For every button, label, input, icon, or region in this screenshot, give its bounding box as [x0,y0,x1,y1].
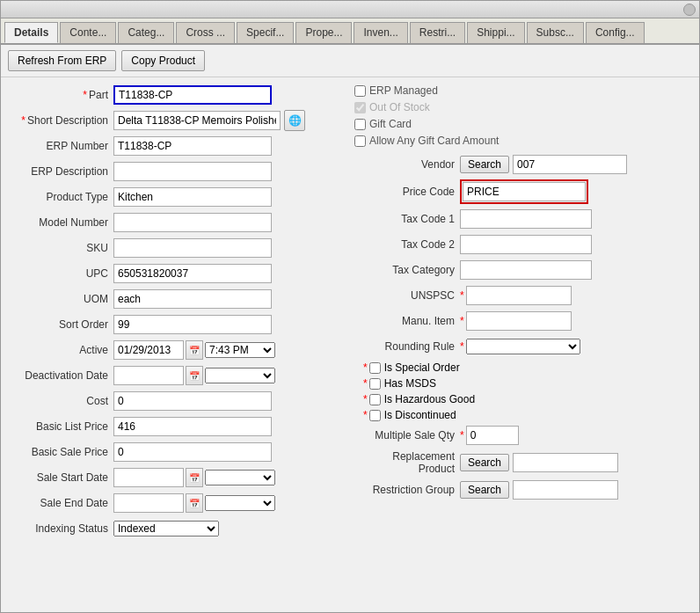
indexing-label: Indexing Status [8,522,113,535]
erp-managed-checkbox[interactable] [354,85,366,97]
model-number-row: Model Number [8,212,346,233]
tax-code1-row: Tax Code 1 [354,208,692,230]
allow-gift-checkbox[interactable] [354,135,366,147]
out-of-stock-row: Out Of Stock [354,101,692,113]
active-time-dropdown[interactable]: 7:43 PM [205,342,275,358]
tab-conte[interactable]: Conte... [60,22,116,43]
unspsc-input[interactable] [466,286,572,305]
indexing-row: Indexing Status Indexed Not Indexed [8,518,346,539]
product-type-input[interactable] [113,187,272,207]
tab-categ[interactable]: Categ... [118,22,174,43]
rounding-dropdown[interactable] [466,339,580,354]
discontinued-required: * [363,409,368,421]
tab-restri[interactable]: Restri... [410,22,465,43]
erp-number-input[interactable] [113,136,272,156]
tab-cross[interactable]: Cross ... [176,22,235,43]
erp-number-row: ERP Number [8,135,346,157]
cost-input[interactable] [113,391,272,411]
tab-bar: Details Conte... Categ... Cross ... Spec… [1,18,699,45]
model-number-input[interactable] [113,213,272,232]
out-of-stock-checkbox[interactable] [354,102,366,113]
tax-code1-input[interactable] [460,209,592,229]
toolbar: Refresh From ERP Copy Product [1,45,699,77]
close-icon[interactable] [683,4,696,16]
unspsc-required: * [460,289,464,302]
has-msds-row: * Has MSDS [354,377,692,390]
basic-list-row: Basic List Price [8,416,346,437]
discontinued-checkbox[interactable] [369,410,381,421]
out-of-stock-label: Out Of Stock [369,101,430,113]
tax-code2-input[interactable] [460,235,592,254]
deactivation-calendar-button[interactable]: 📅 [186,366,203,385]
hazardous-checkbox[interactable] [369,394,381,405]
tab-shippi[interactable]: Shippi... [467,22,524,43]
manu-required: * [460,315,464,327]
manu-item-row: Manu. Item * [354,310,692,332]
has-msds-label: Has MSDS [384,377,436,390]
part-input[interactable] [113,85,272,105]
replacement-search-button[interactable]: Search [460,454,509,471]
upc-row: UPC [8,263,346,284]
multiple-sale-input[interactable] [466,426,519,445]
deactivation-date-input[interactable] [113,366,184,385]
sale-end-calendar-button[interactable]: 📅 [186,493,203,513]
erp-desc-row: ERP Description [8,161,346,182]
restriction-input[interactable] [513,480,618,500]
basic-list-input[interactable] [113,417,272,436]
indexing-dropdown[interactable]: Indexed Not Indexed [113,521,219,536]
replacement-input[interactable] [513,453,618,472]
sale-start-time-dropdown[interactable] [205,470,275,485]
globe-button[interactable]: 🌐 [284,110,305,131]
sale-start-calendar-button[interactable]: 📅 [186,468,203,487]
tab-subsc[interactable]: Subsc... [527,22,584,43]
content-area: *Part *Short Description 🌐 ERP Number ER… [1,77,699,609]
refresh-from-erp-button[interactable]: Refresh From ERP [8,50,116,71]
sale-end-time-dropdown[interactable] [205,495,275,511]
uom-input[interactable] [113,289,272,309]
active-date-input[interactable] [113,340,184,360]
restriction-search-button[interactable]: Search [460,481,509,499]
discontinued-label: Is Discontinued [384,409,456,421]
model-number-label: Model Number [8,216,113,229]
deactivation-time-dropdown[interactable] [205,368,275,383]
sort-order-input[interactable] [113,315,272,334]
hazardous-label: Is Hazardous Good [384,393,475,405]
allow-gift-row: Allow Any Gift Card Amount [354,135,692,147]
sort-order-label: Sort Order [8,318,113,331]
short-desc-input[interactable] [113,111,281,130]
gift-card-checkbox[interactable] [354,119,366,130]
sale-start-date-input[interactable] [113,468,184,487]
has-msds-checkbox[interactable] [369,378,381,390]
multiple-sale-label: Multiple Sale Qty [354,429,460,442]
tab-inven[interactable]: Inven... [354,22,407,43]
vendor-label: Vendor [354,158,460,171]
replacement-label: Replacement Product [354,450,460,475]
tab-config[interactable]: Config... [586,22,645,43]
short-desc-row: *Short Description 🌐 [8,110,346,131]
vendor-search-button[interactable]: Search [460,156,509,173]
manu-item-input[interactable] [466,311,572,331]
restriction-row: Restriction Group Search [354,479,692,500]
title-bar [1,1,699,18]
checkboxes-section: * Is Special Order * Has MSDS * Is Hazar… [354,361,692,421]
part-required-star: * [83,89,87,101]
tax-category-input[interactable] [460,260,592,280]
sale-end-date-input[interactable] [113,493,184,513]
tab-specif[interactable]: Specif... [237,22,294,43]
copy-product-button[interactable]: Copy Product [121,50,205,71]
price-code-label: Price Code [354,186,460,198]
basic-sale-input[interactable] [113,442,272,462]
deactivation-date-row: 📅 [113,366,275,385]
tab-details[interactable]: Details [4,22,58,43]
vendor-input[interactable] [513,155,627,174]
upc-input[interactable] [113,264,272,283]
price-code-row: Price Code [354,179,692,204]
erp-desc-input[interactable] [113,162,272,181]
tab-prope[interactable]: Prope... [295,22,352,43]
price-code-input[interactable] [463,182,586,201]
sku-input[interactable] [113,238,272,258]
active-calendar-button[interactable]: 📅 [186,340,203,360]
rounding-row: Rounding Rule * [354,336,692,357]
tax-code2-label: Tax Code 2 [354,238,460,251]
special-order-checkbox[interactable] [369,362,381,374]
